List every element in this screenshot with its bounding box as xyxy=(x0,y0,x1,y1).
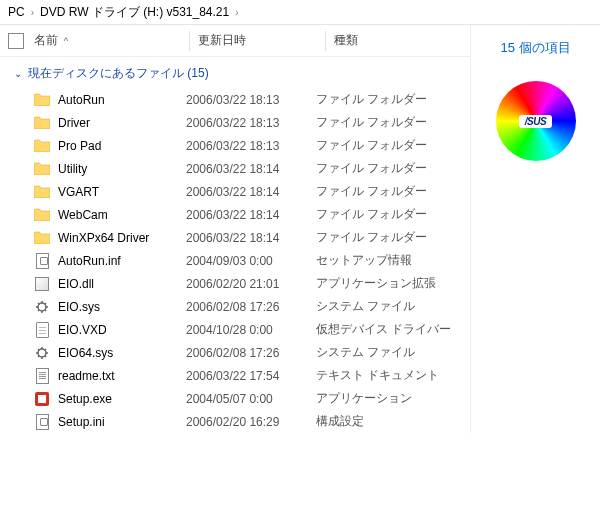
folder-icon xyxy=(34,208,50,221)
file-row[interactable]: AutoRun.inf2004/09/03 0:00セットアップ情報 xyxy=(0,249,470,272)
file-type: システム ファイル xyxy=(316,298,466,315)
breadcrumb-seg-drive[interactable]: DVD RW ドライブ (H:) v531_84.21 xyxy=(40,4,229,21)
file-date: 2006/02/20 16:29 xyxy=(186,415,316,429)
file-row[interactable]: VGART2006/03/22 18:14ファイル フォルダー xyxy=(0,180,470,203)
file-date: 2006/03/22 18:14 xyxy=(186,185,316,199)
breadcrumb[interactable]: PC › DVD RW ドライブ (H:) v531_84.21 › xyxy=(0,0,600,24)
group-header[interactable]: ⌄ 現在ディスクにあるファイル (15) xyxy=(0,57,470,88)
file-type: セットアップ情報 xyxy=(316,252,466,269)
file-type: 構成設定 xyxy=(316,413,466,430)
file-name: AutoRun.inf xyxy=(58,254,186,268)
group-header-label: 現在ディスクにあるファイル (15) xyxy=(28,65,209,82)
sort-ascending-icon: ^ xyxy=(64,36,68,46)
column-header-name-label: 名前 xyxy=(34,32,58,49)
file-date: 2006/02/20 21:01 xyxy=(186,277,316,291)
file-type: ファイル フォルダー xyxy=(316,183,466,200)
file-name: WinXPx64 Driver xyxy=(58,231,186,245)
folder-icon xyxy=(34,185,50,198)
breadcrumb-seg-pc[interactable]: PC xyxy=(8,5,25,19)
preview-pane: 15 個の項目 /SUS xyxy=(470,25,600,433)
file-row[interactable]: Utility2006/03/22 18:14ファイル フォルダー xyxy=(0,157,470,180)
drive-logo: /SUS xyxy=(496,81,576,161)
logo-brand-text: /SUS xyxy=(519,115,552,128)
file-row[interactable]: EIO.VXD2004/10/28 0:00仮想デバイス ドライバー xyxy=(0,318,470,341)
file-name: Utility xyxy=(58,162,186,176)
file-row[interactable]: AutoRun2006/03/22 18:13ファイル フォルダー xyxy=(0,88,470,111)
file-type: ファイル フォルダー xyxy=(316,137,466,154)
column-header-row: 名前 ^ 更新日時 種類 xyxy=(0,25,470,57)
file-type: 仮想デバイス ドライバー xyxy=(316,321,466,338)
file-type: ファイル フォルダー xyxy=(316,114,466,131)
file-date: 2006/03/22 18:13 xyxy=(186,139,316,153)
file-row[interactable]: Setup.exe2004/05/07 0:00アプリケーション xyxy=(0,387,470,410)
generic-file-icon xyxy=(36,322,49,338)
executable-icon xyxy=(35,392,49,406)
file-row[interactable]: Driver2006/03/22 18:13ファイル フォルダー xyxy=(0,111,470,134)
file-date: 2004/10/28 0:00 xyxy=(186,323,316,337)
folder-icon xyxy=(34,162,50,175)
folder-icon xyxy=(34,116,50,129)
file-date: 2006/02/08 17:26 xyxy=(186,346,316,360)
file-row[interactable]: WinXPx64 Driver2006/03/22 18:14ファイル フォルダ… xyxy=(0,226,470,249)
file-row[interactable]: WebCam2006/03/22 18:14ファイル フォルダー xyxy=(0,203,470,226)
file-date: 2004/09/03 0:00 xyxy=(186,254,316,268)
folder-icon xyxy=(34,231,50,244)
file-name: AutoRun xyxy=(58,93,186,107)
column-header-name[interactable]: 名前 ^ xyxy=(34,32,190,49)
file-row[interactable]: EIO64.sys2006/02/08 17:26システム ファイル xyxy=(0,341,470,364)
file-date: 2006/03/22 18:13 xyxy=(186,116,316,130)
file-items-container: AutoRun2006/03/22 18:13ファイル フォルダーDriver2… xyxy=(0,88,470,433)
config-file-icon xyxy=(36,253,49,269)
file-type: ファイル フォルダー xyxy=(316,160,466,177)
file-name: EIO.VXD xyxy=(58,323,186,337)
column-header-type[interactable]: 種類 xyxy=(334,32,470,49)
file-type: ファイル フォルダー xyxy=(316,229,466,246)
file-type: テキスト ドキュメント xyxy=(316,367,466,384)
file-date: 2006/02/08 17:26 xyxy=(186,300,316,314)
system-file-icon xyxy=(35,346,49,360)
text-file-icon xyxy=(36,368,49,384)
file-row[interactable]: EIO.sys2006/02/08 17:26システム ファイル xyxy=(0,295,470,318)
config-file-icon xyxy=(36,414,49,430)
file-name: Driver xyxy=(58,116,186,130)
chevron-down-icon: ⌄ xyxy=(14,68,22,79)
column-divider[interactable] xyxy=(325,31,326,51)
item-count-text: 15 個の項目 xyxy=(479,39,592,57)
file-name: Pro Pad xyxy=(58,139,186,153)
select-all-checkbox[interactable] xyxy=(8,33,24,49)
system-file-icon xyxy=(35,300,49,314)
file-name: VGART xyxy=(58,185,186,199)
file-row[interactable]: readme.txt2006/03/22 17:54テキスト ドキュメント xyxy=(0,364,470,387)
column-divider[interactable] xyxy=(189,31,190,51)
file-name: EIO.dll xyxy=(58,277,186,291)
file-row[interactable]: Setup.ini2006/02/20 16:29構成設定 xyxy=(0,410,470,433)
file-date: 2006/03/22 17:54 xyxy=(186,369,316,383)
file-name: WebCam xyxy=(58,208,186,222)
file-row[interactable]: Pro Pad2006/03/22 18:13ファイル フォルダー xyxy=(0,134,470,157)
color-wheel-icon: /SUS xyxy=(496,81,576,161)
file-name: Setup.exe xyxy=(58,392,186,406)
column-header-date[interactable]: 更新日時 xyxy=(198,32,325,49)
file-type: システム ファイル xyxy=(316,344,466,361)
file-type: アプリケーション xyxy=(316,390,466,407)
file-list-pane: 名前 ^ 更新日時 種類 ⌄ 現在ディスクにあるファイル (15) AutoRu… xyxy=(0,25,470,433)
file-name: EIO.sys xyxy=(58,300,186,314)
file-name: readme.txt xyxy=(58,369,186,383)
file-date: 2006/03/22 18:14 xyxy=(186,208,316,222)
chevron-right-icon: › xyxy=(233,7,240,18)
file-date: 2006/03/22 18:13 xyxy=(186,93,316,107)
chevron-right-icon: › xyxy=(29,7,36,18)
folder-icon xyxy=(34,139,50,152)
file-date: 2006/03/22 18:14 xyxy=(186,231,316,245)
file-name: EIO64.sys xyxy=(58,346,186,360)
file-name: Setup.ini xyxy=(58,415,186,429)
file-date: 2004/05/07 0:00 xyxy=(186,392,316,406)
folder-icon xyxy=(34,93,50,106)
dll-file-icon xyxy=(35,277,49,291)
file-type: アプリケーション拡張 xyxy=(316,275,466,292)
file-type: ファイル フォルダー xyxy=(316,206,466,223)
file-date: 2006/03/22 18:14 xyxy=(186,162,316,176)
file-row[interactable]: EIO.dll2006/02/20 21:01アプリケーション拡張 xyxy=(0,272,470,295)
file-type: ファイル フォルダー xyxy=(316,91,466,108)
